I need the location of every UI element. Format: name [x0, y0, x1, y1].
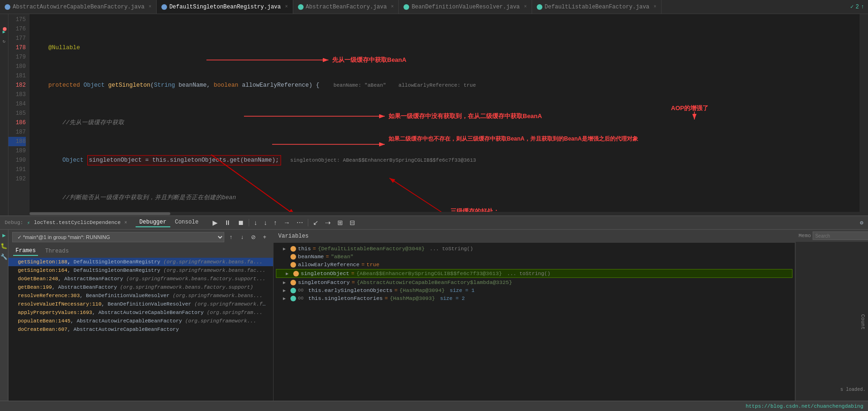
frames-add-btn[interactable]: + [260, 232, 269, 242]
var-icon-singletonfactories [290, 296, 296, 301]
tab-close-2[interactable]: × [285, 4, 288, 9]
debug-tabs: Debugger Console [136, 218, 202, 227]
tab-2[interactable]: DefaultSingletonBeanRegistry.java × [157, 0, 293, 14]
debug-runtocursor-btn[interactable]: → [282, 218, 292, 227]
tab-3[interactable]: AbstractBeanFactory.java × [293, 0, 399, 14]
code-line-175: @Nullable [34, 43, 860, 52]
tab-label-4: BeanDefinitionValueResolver.java [411, 4, 519, 10]
var-icon-this [290, 246, 296, 252]
debug-play-btn[interactable]: ▶ [211, 218, 220, 227]
sidebar-icon-play[interactable]: ▶ [2, 232, 6, 239]
frame-item-6[interactable]: applyPropertyValues:1693, AbstractAutowi… [8, 308, 273, 317]
tab-icon-5 [537, 4, 542, 10]
tab-4[interactable]: BeanDefinitionValueResolver.java × [399, 0, 532, 14]
debug-tab-console[interactable]: Console [171, 218, 202, 227]
expand-icon-allowearlyref [283, 262, 289, 267]
tab-label-1: AbstractAutowireCapableBeanFactory.java [13, 4, 145, 10]
debug-stepout-btn[interactable]: ↑ [272, 218, 279, 227]
debug-run-config: locTest.testCyclicDependence [34, 220, 121, 225]
left-sidebar-icons: ▶ 🐛 🔧 [0, 230, 8, 402]
sidebar-icon-bug[interactable]: 🐛 [0, 243, 8, 250]
debug-btn-extra4[interactable]: ⊟ [348, 218, 357, 227]
var-icon-singletonobj [293, 271, 299, 276]
frame-item-0[interactable]: getSingleton:188, DefaultSingletonBeanRe… [8, 258, 273, 266]
code-line-179: //判断能否从一级缓存中获取到，并且判断是否正在创建的bean [34, 193, 860, 202]
frame-item-2[interactable]: doGetBean:248, AbstractBeanFactory (org.… [8, 275, 273, 283]
frame-item-5[interactable]: resolveValueIfNecessary:110, BeanDefinit… [8, 300, 273, 308]
expand-icon-earlysingleton[interactable]: ▶ [283, 288, 289, 293]
tab-5[interactable]: DefaultListableBeanFactory.java × [532, 0, 662, 14]
debug-close-btn[interactable]: × [124, 220, 127, 225]
var-icon-beanname [290, 254, 296, 260]
tab-icon-3 [298, 4, 304, 10]
code-line-176: protected Object getSingleton(String bea… [34, 81, 860, 90]
frame-item-8[interactable]: doCreateBean:607, AbstractAutowireCapabl… [8, 325, 273, 334]
frame-item-3[interactable]: getBean:199, AbstractBeanFactory (org.sp… [8, 283, 273, 291]
memo-search-input[interactable] [813, 232, 868, 240]
debug-btn-extra1[interactable]: ↙ [311, 218, 320, 227]
tab-1[interactable]: AbstractAutowireCapableBeanFactory.java … [0, 0, 157, 14]
frames-tab-threads[interactable]: Threads [43, 247, 71, 255]
toolbar-sep-1 [249, 219, 249, 226]
debug-settings[interactable]: ⚙ [860, 219, 863, 226]
var-icon-earlysingleton [290, 288, 296, 293]
frames-tabs: Frames Threads [8, 245, 273, 258]
code-line-177: //先从一级缓存中获取 [34, 118, 860, 127]
var-item-singletonobject[interactable]: ▶ singletonObject = {ABean$$EnhancerBySp… [276, 269, 792, 278]
debug-btn-extra2[interactable]: ⇢ [323, 218, 333, 227]
top-right-indicator: ✓ 2 ↑ [850, 3, 868, 10]
frame-list: getSingleton:188, DefaultSingletonBeanRe… [8, 258, 273, 402]
sidebar-reload-icon[interactable]: ↻ [2, 38, 5, 44]
var-item-earlysingleton[interactable]: ▶ oo this.earlySingletonObjects = {HashM… [274, 286, 795, 294]
frames-down-btn[interactable]: ↓ [237, 232, 247, 242]
expand-icon-this[interactable]: ▶ [283, 246, 289, 252]
loaded-label: s loaded. [840, 387, 866, 392]
thread-select[interactable]: ✓ *main*@1 in group *main*: RUNNING [12, 232, 224, 242]
debug-controls: ✓ *main*@1 in group *main*: RUNNING ↑ ↓ … [8, 230, 273, 245]
tab-close-3[interactable]: × [391, 4, 394, 9]
frames-tab-frames[interactable]: Frames [13, 247, 38, 256]
debug-eval-btn[interactable]: ⋯ [295, 218, 305, 227]
tab-close-4[interactable]: × [524, 4, 527, 9]
tab-icon-2 [161, 4, 167, 10]
code-content: @Nullable protected Object getSingleton(… [30, 14, 860, 216]
status-bar: https://blog.csdn.net/chuanchengdabing [0, 401, 868, 411]
vars-title: Variables [278, 233, 309, 239]
frame-item-7[interactable]: populateBean:1445, AbstractAutowireCapab… [8, 317, 273, 325]
debug-tab-debugger[interactable]: Debugger [136, 218, 170, 227]
debug-stepover-btn[interactable]: ↓ [252, 218, 259, 227]
tab-label-5: DefaultListableBeanFactory.java [545, 4, 649, 10]
bottom-panel: ▶ 🐛 🔧 ✓ *main*@1 in group *main*: RUNNIN… [0, 230, 868, 402]
frame-item-1[interactable]: getSingleton:164, DefaultSingletonBeanRe… [8, 266, 273, 275]
expand-icon-singletonobj[interactable]: ▶ [286, 271, 291, 276]
debug-stop-btn[interactable]: ⏹ [236, 218, 246, 227]
sidebar-icon-wrench[interactable]: 🔧 [0, 254, 8, 261]
debug-pause-btn[interactable]: ⏸ [222, 218, 233, 227]
tab-close-5[interactable]: × [654, 4, 656, 9]
tab-close-1[interactable]: × [149, 4, 152, 9]
var-item-this[interactable]: ▶ this = {DefaultListableBeanFactory@304… [274, 245, 795, 253]
code-editor[interactable]: ▶ ↻ 175 176 177 178 179 180 181 182 183 … [0, 14, 868, 216]
tab-label-2: DefaultSingletonBeanRegistry.java [169, 4, 281, 10]
var-icon-singletonfactory [290, 280, 296, 285]
memo-panel: Memo Count s loaded. [795, 230, 868, 402]
var-item-allowearlyref[interactable]: allowEarlyReference = true [274, 261, 795, 269]
expand-icon-singletonfactory[interactable]: ▶ [283, 280, 289, 285]
code-line-178: Object singletonObject = this.singletonO… [34, 156, 860, 165]
expand-icon-singletonfactories[interactable]: ▶ [283, 296, 289, 301]
memo-header: Memo [796, 230, 868, 242]
var-item-singletonfactory[interactable]: ▶ singletonFactory = {AbstractAutowireCa… [274, 278, 795, 286]
tab-icon-1 [5, 4, 10, 10]
var-item-beanname[interactable]: beanName = "aBean" [274, 253, 795, 261]
frames-filter-btn[interactable]: ⊘ [249, 232, 258, 242]
vars-list: ▶ this = {DefaultListableBeanFactory@304… [274, 243, 795, 402]
frame-item-4[interactable]: resolveReference:303, BeanDefinitionValu… [8, 291, 273, 300]
debug-icon-runner: ⚡ [27, 220, 30, 226]
debug-label: Debug: [5, 220, 23, 225]
status-url: https://blog.csdn.net/chuanchengdabing [746, 404, 863, 409]
debug-stepinto-btn[interactable]: ↓ [262, 218, 269, 227]
var-item-singletonfactories[interactable]: ▶ oo this.singletonFactories = {HashMap@… [274, 294, 795, 302]
tab-label-3: AbstractBeanFactory.java [306, 4, 387, 10]
frames-up-btn[interactable]: ↑ [226, 232, 236, 242]
debug-btn-extra3[interactable]: ⊞ [335, 218, 345, 227]
